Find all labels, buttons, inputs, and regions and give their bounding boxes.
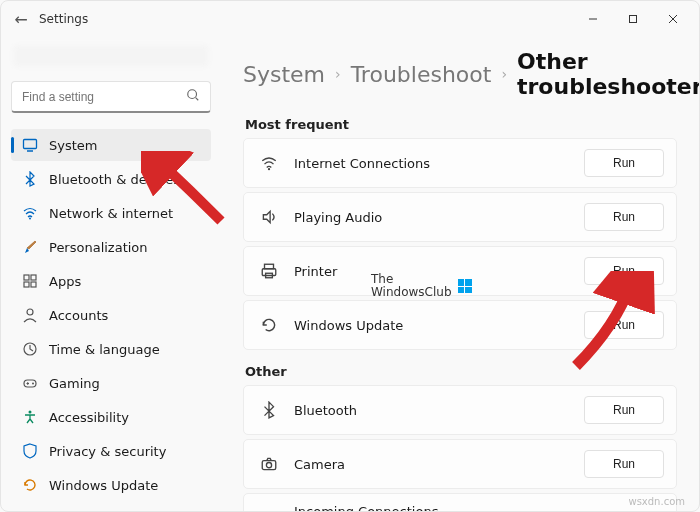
- chevron-right-icon: ›: [501, 66, 507, 82]
- svg-rect-9: [24, 275, 29, 280]
- sidebar-item-network[interactable]: Network & internet: [11, 197, 211, 229]
- svg-rect-22: [262, 269, 276, 276]
- shield-icon: [21, 442, 39, 460]
- image-credit: wsxdn.com: [628, 496, 685, 507]
- sidebar-item-accounts[interactable]: Accounts: [11, 299, 211, 331]
- other-list: Bluetooth Run Camera Run Incoming Connec…: [243, 385, 677, 511]
- svg-point-13: [27, 309, 33, 315]
- sidebar-item-label: Gaming: [49, 376, 100, 391]
- run-button[interactable]: Run: [584, 203, 664, 231]
- wifi-icon: [258, 152, 280, 174]
- run-button[interactable]: Run: [584, 311, 664, 339]
- sidebar-item-label: Bluetooth & devices: [49, 172, 180, 187]
- frequent-list: Internet Connections Run Playing Audio R…: [243, 138, 677, 350]
- run-button[interactable]: Run: [584, 257, 664, 285]
- sidebar-item-label: Windows Update: [49, 478, 158, 493]
- sidebar-item-system[interactable]: System: [11, 129, 211, 161]
- svg-rect-10: [31, 275, 36, 280]
- bluetooth-icon: [21, 170, 39, 188]
- windows-logo-icon: [458, 279, 472, 293]
- troubleshooter-bluetooth: Bluetooth Run: [243, 385, 677, 435]
- update-icon: [258, 314, 280, 336]
- run-button[interactable]: Run: [584, 149, 664, 177]
- gaming-icon: [21, 374, 39, 392]
- svg-point-25: [266, 463, 271, 468]
- run-button[interactable]: Run: [584, 450, 664, 478]
- svg-point-16: [32, 383, 34, 385]
- nav-list: System Bluetooth & devices Network & int…: [11, 129, 211, 501]
- sidebar-item-privacy-security[interactable]: Privacy & security: [11, 435, 211, 467]
- svg-rect-11: [24, 282, 29, 287]
- run-button[interactable]: Run: [584, 396, 664, 424]
- section-other: Other: [245, 364, 677, 379]
- troubleshooter-title: Camera: [294, 457, 570, 472]
- svg-rect-1: [630, 16, 637, 23]
- svg-rect-15: [24, 380, 36, 387]
- svg-point-8: [29, 218, 31, 220]
- svg-point-20: [268, 168, 270, 170]
- sidebar-item-label: Time & language: [49, 342, 160, 357]
- sidebar-item-label: System: [49, 138, 97, 153]
- titlebar: ← Settings: [1, 1, 699, 37]
- sidebar-item-label: Accessibility: [49, 410, 129, 425]
- account-profile-card[interactable]: [13, 45, 209, 67]
- troubleshooter-internet-connections: Internet Connections Run: [243, 138, 677, 188]
- sidebar-item-windows-update[interactable]: Windows Update: [11, 469, 211, 501]
- search-input[interactable]: [11, 81, 211, 113]
- breadcrumb-system[interactable]: System: [243, 62, 325, 87]
- svg-point-4: [188, 90, 197, 99]
- camera-icon: [258, 453, 280, 475]
- back-button[interactable]: ←: [7, 10, 35, 29]
- sidebar-item-label: Network & internet: [49, 206, 173, 221]
- sidebar-item-bluetooth-devices[interactable]: Bluetooth & devices: [11, 163, 211, 195]
- breadcrumb-current: Other troubleshooters: [517, 49, 699, 99]
- search-field[interactable]: [22, 90, 186, 104]
- sidebar-item-time-language[interactable]: Time & language: [11, 333, 211, 365]
- troubleshooter-title: Incoming Connections: [294, 504, 570, 511]
- sidebar-item-label: Apps: [49, 274, 81, 289]
- wifi-icon: [21, 204, 39, 222]
- search-icon: [186, 88, 200, 105]
- sidebar: System Bluetooth & devices Network & int…: [1, 37, 221, 511]
- svg-rect-6: [24, 140, 37, 149]
- troubleshooter-title: Bluetooth: [294, 403, 570, 418]
- clock-globe-icon: [21, 340, 39, 358]
- troubleshooter-title: Internet Connections: [294, 156, 570, 171]
- chevron-right-icon: ›: [335, 66, 341, 82]
- sidebar-item-personalization[interactable]: Personalization: [11, 231, 211, 263]
- watermark-line2: WindowsClub: [371, 286, 452, 299]
- watermark-thewindowsclub: The WindowsClub: [371, 273, 472, 299]
- sidebar-item-label: Accounts: [49, 308, 108, 323]
- troubleshooter-windows-update: Windows Update Run: [243, 300, 677, 350]
- update-icon: [21, 476, 39, 494]
- sidebar-item-gaming[interactable]: Gaming: [11, 367, 211, 399]
- svg-rect-12: [31, 282, 36, 287]
- sidebar-item-label: Personalization: [49, 240, 148, 255]
- close-button[interactable]: [653, 5, 693, 33]
- troubleshooter-title: Playing Audio: [294, 210, 570, 225]
- apps-icon: [21, 272, 39, 290]
- speaker-icon: [258, 206, 280, 228]
- breadcrumb-troubleshoot[interactable]: Troubleshoot: [351, 62, 492, 87]
- troubleshooter-camera: Camera Run: [243, 439, 677, 489]
- window-title: Settings: [35, 12, 88, 26]
- section-most-frequent: Most frequent: [245, 117, 677, 132]
- paintbrush-icon: [21, 238, 39, 256]
- maximize-button[interactable]: [613, 5, 653, 33]
- troubleshooter-playing-audio: Playing Audio Run: [243, 192, 677, 242]
- minimize-button[interactable]: [573, 5, 613, 33]
- person-icon: [21, 306, 39, 324]
- accessibility-icon: [21, 408, 39, 426]
- system-icon: [21, 136, 39, 154]
- printer-icon: [258, 260, 280, 282]
- breadcrumb: System › Troubleshoot › Other troublesho…: [243, 49, 677, 99]
- troubleshooter-incoming-connections: Incoming Connections Find and fix proble…: [243, 493, 677, 511]
- sidebar-item-apps[interactable]: Apps: [11, 265, 211, 297]
- troubleshooter-title: Windows Update: [294, 318, 570, 333]
- sidebar-item-label: Privacy & security: [49, 444, 166, 459]
- svg-point-19: [29, 411, 32, 414]
- bluetooth-icon: [258, 399, 280, 421]
- svg-line-5: [196, 98, 199, 101]
- sidebar-item-accessibility[interactable]: Accessibility: [11, 401, 211, 433]
